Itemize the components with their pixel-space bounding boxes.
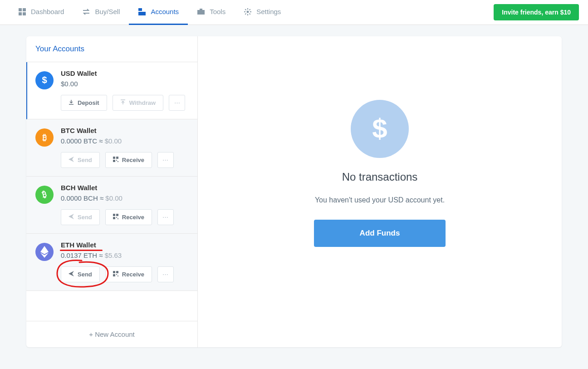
- svg-rect-5: [138, 12, 146, 15]
- send-button[interactable]: Send: [61, 152, 100, 168]
- gear-icon: [244, 8, 252, 16]
- nav-settings[interactable]: Settings: [235, 0, 290, 25]
- receive-button[interactable]: Receive: [105, 266, 152, 282]
- no-transactions-title: No transactions: [342, 171, 418, 183]
- withdraw-button[interactable]: Withdraw: [113, 95, 163, 111]
- svg-rect-2: [19, 12, 22, 15]
- nav-buysell[interactable]: Buy/Sell: [73, 0, 129, 25]
- qr-icon: [113, 214, 118, 221]
- svg-rect-0: [19, 8, 22, 11]
- swap-icon: [82, 8, 90, 16]
- svg-rect-18: [116, 214, 118, 216]
- usd-icon: $: [35, 71, 54, 89]
- dots-icon: ⋯: [162, 157, 168, 163]
- download-icon: [69, 99, 74, 106]
- svg-rect-14: [116, 160, 117, 161]
- svg-rect-15: [118, 161, 118, 162]
- grid-icon: [18, 8, 26, 16]
- more-button[interactable]: ⋯: [169, 95, 185, 111]
- top-nav: Dashboard Buy/Sell Accounts Tools Settin…: [0, 0, 588, 25]
- account-balance: 0.0000 BTC ≈ $0.00: [61, 137, 188, 145]
- account-name: BTC Wallet: [61, 127, 188, 134]
- more-button[interactable]: ⋯: [157, 152, 174, 168]
- svg-rect-11: [113, 157, 115, 159]
- svg-text:$: $: [372, 115, 387, 143]
- account-name: ETH Wallet: [61, 241, 188, 249]
- svg-rect-17: [113, 214, 115, 216]
- svg-rect-25: [116, 274, 117, 275]
- new-account-button[interactable]: + New Account: [26, 321, 197, 347]
- svg-rect-21: [118, 218, 118, 219]
- wallet-icon: [138, 8, 146, 16]
- plus-icon: +: [89, 330, 95, 338]
- svg-rect-4: [138, 8, 142, 11]
- account-balance: 0.0137 ETH ≈ $5.63: [61, 251, 188, 259]
- qr-icon: [113, 271, 118, 278]
- bch-icon: ₿: [35, 186, 54, 204]
- details-coin-icon: $: [351, 100, 409, 158]
- account-details: $ No transactions You haven't used your …: [198, 36, 562, 347]
- receive-button[interactable]: Receive: [105, 209, 152, 225]
- dots-icon: ⋯: [174, 99, 180, 106]
- account-row-btc[interactable]: ₿ BTC Wallet 0.0000 BTC ≈ $0.00 Send: [26, 119, 197, 177]
- briefcase-icon: [197, 8, 205, 16]
- accounts-title: Your Accounts: [26, 36, 197, 62]
- svg-point-8: [247, 10, 249, 13]
- send-button[interactable]: Send: [61, 209, 100, 225]
- qr-icon: [113, 157, 118, 163]
- receive-button[interactable]: Receive: [105, 152, 152, 168]
- nav-dashboard[interactable]: Dashboard: [9, 0, 73, 25]
- send-button-eth[interactable]: Send: [61, 266, 100, 282]
- nav-accounts[interactable]: Accounts: [129, 0, 188, 25]
- account-name: USD Wallet: [61, 69, 188, 77]
- svg-text:₿: ₿: [41, 190, 48, 200]
- svg-rect-6: [200, 9, 202, 10]
- svg-rect-7: [197, 10, 205, 15]
- svg-rect-24: [113, 274, 115, 276]
- account-row-bch[interactable]: ₿ BCH Wallet 0.0000 BCH ≈ $0.00 Send: [26, 177, 197, 234]
- accounts-sidebar: Your Accounts $ USD Wallet $0.00 Deposit: [26, 36, 198, 347]
- no-transactions-subtitle: You haven't used your USD account yet.: [315, 196, 445, 204]
- svg-rect-26: [118, 276, 118, 276]
- more-button[interactable]: ⋯: [157, 266, 174, 282]
- send-icon: [69, 271, 74, 278]
- send-icon: [69, 157, 74, 163]
- add-funds-button[interactable]: Add Funds: [314, 220, 446, 247]
- svg-rect-12: [116, 157, 118, 159]
- account-name: BCH Wallet: [61, 184, 188, 192]
- svg-rect-19: [113, 217, 115, 219]
- svg-rect-13: [113, 160, 115, 162]
- account-balance: 0.0000 BCH ≈ $0.00: [61, 194, 188, 202]
- more-button[interactable]: ⋯: [157, 209, 174, 225]
- svg-rect-1: [23, 8, 26, 11]
- svg-rect-22: [113, 271, 115, 273]
- accounts-list[interactable]: $ USD Wallet $0.00 Deposit Wit: [26, 62, 197, 321]
- svg-rect-23: [116, 271, 118, 273]
- send-icon: [69, 214, 74, 221]
- account-row-eth[interactable]: ETH Wallet 0.0137 ETH ≈ $5.63 Send: [26, 234, 197, 291]
- annotation-underline: [60, 250, 103, 251]
- dots-icon: ⋯: [162, 214, 168, 221]
- eth-icon: [35, 243, 54, 261]
- nav-tools[interactable]: Tools: [188, 0, 235, 25]
- invite-button[interactable]: Invite friends, earn $10: [494, 4, 579, 20]
- svg-text:₿: ₿: [42, 133, 47, 142]
- account-balance: $0.00: [61, 80, 188, 88]
- upload-icon: [120, 99, 126, 106]
- btc-icon: ₿: [35, 128, 54, 147]
- svg-text:$: $: [42, 75, 47, 85]
- svg-rect-20: [116, 217, 117, 218]
- nav-label: Buy/Sell: [95, 8, 120, 15]
- deposit-button[interactable]: Deposit: [61, 95, 107, 111]
- dots-icon: ⋯: [162, 271, 168, 278]
- account-row-usd[interactable]: $ USD Wallet $0.00 Deposit Wit: [26, 62, 197, 119]
- svg-rect-3: [23, 12, 26, 15]
- nav-label: Settings: [256, 8, 281, 15]
- nav-label: Dashboard: [31, 8, 64, 15]
- nav-label: Accounts: [151, 8, 179, 15]
- nav-label: Tools: [210, 8, 225, 15]
